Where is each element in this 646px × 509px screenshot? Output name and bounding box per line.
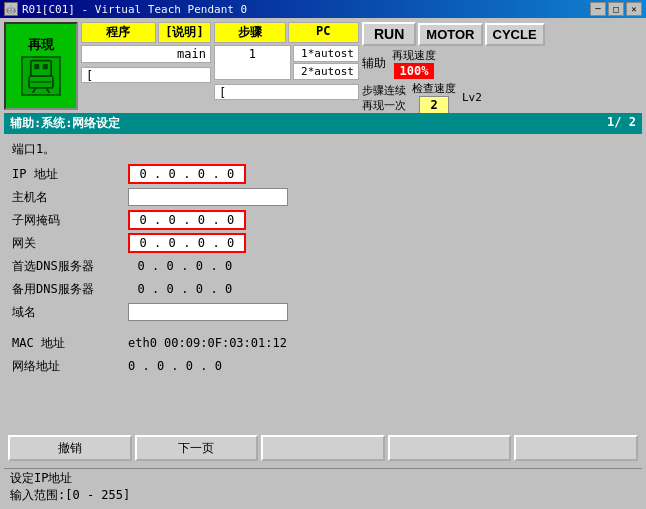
svg-rect-0 xyxy=(31,61,51,76)
speed-box: 再现速度 100% xyxy=(392,48,436,79)
minimize-button[interactable]: ─ xyxy=(590,2,606,16)
form-row-dns2: 备用DNS服务器 . . . xyxy=(12,279,634,299)
maximize-button[interactable]: □ xyxy=(608,2,624,16)
domain-input[interactable] xyxy=(128,303,288,321)
dns1-input[interactable]: . . . xyxy=(128,258,242,274)
gateway-seg-1[interactable] xyxy=(132,236,154,250)
subnet-seg-2[interactable] xyxy=(161,213,183,227)
form-row-subnet: 子网掩码 . . . xyxy=(12,210,634,230)
subnet-dot-3: . xyxy=(212,213,219,227)
dns2-input[interactable]: . . . xyxy=(128,281,242,297)
subnet-dot-2: . xyxy=(183,213,190,227)
gateway-dot-2: . xyxy=(183,236,190,250)
ip-seg-2[interactable] xyxy=(161,167,183,181)
pc-label: PC xyxy=(288,22,360,43)
status-line2: 输入范围:[0 - 255] xyxy=(10,487,636,504)
mac-label: MAC 地址 xyxy=(12,335,122,352)
dns2-seg-3[interactable] xyxy=(188,282,210,296)
fukuzo-label: 辅助 xyxy=(362,55,386,72)
program-value: main xyxy=(81,45,211,63)
step-cont-box: 步骤连续 再现一次 xyxy=(362,83,406,113)
svg-rect-2 xyxy=(43,64,48,69)
step-pc-area: 步骤 PC 1 1*autost 2*autost [ xyxy=(214,22,359,110)
hostname-label: 主机名 xyxy=(12,189,122,206)
speed-label: 再现速度 xyxy=(392,48,436,63)
netaddr-label: 网络地址 xyxy=(12,358,122,375)
ip-dot-1: . xyxy=(154,167,161,181)
step-label: 步骤 xyxy=(214,22,286,43)
step-value: 1 xyxy=(214,45,291,80)
gateway-seg-2[interactable] xyxy=(161,236,183,250)
empty-btn-3 xyxy=(261,435,385,461)
dns2-seg-2[interactable] xyxy=(159,282,181,296)
saigen-box: 再現 xyxy=(4,22,78,110)
saigen-label: 再現 xyxy=(28,36,54,54)
form-row-dns1: 首选DNS服务器 . . . xyxy=(12,256,634,276)
inspect-label: 检查速度 xyxy=(412,81,456,96)
subnet-dot-1: . xyxy=(154,213,161,227)
subnet-seg-3[interactable] xyxy=(190,213,212,227)
motor-button[interactable]: MOTOR xyxy=(418,23,482,46)
dns2-seg-1[interactable] xyxy=(130,282,152,296)
speed-value: 100% xyxy=(394,63,435,79)
gateway-dot-3: . xyxy=(212,236,219,250)
pc-value-2: 2*autost xyxy=(293,63,360,80)
hostname-input[interactable] xyxy=(128,188,288,206)
step-bracket: [ xyxy=(214,84,359,100)
ip-seg-4[interactable] xyxy=(220,167,242,181)
port-label: 端口1。 xyxy=(12,141,634,158)
gateway-seg-3[interactable] xyxy=(190,236,212,250)
inspect-value: 2 xyxy=(419,96,449,114)
next-button[interactable]: 下一页 xyxy=(135,435,259,461)
dns1-label: 首选DNS服务器 xyxy=(12,258,122,275)
subnet-label: 子网掩码 xyxy=(12,212,122,229)
dns1-seg-3[interactable] xyxy=(188,259,210,273)
ip-seg-3[interactable] xyxy=(190,167,212,181)
close-button[interactable]: ✕ xyxy=(626,2,642,16)
form-row-mac: MAC 地址 eth0 00:09:0F:03:01:12 xyxy=(12,333,634,353)
ip-input[interactable]: . . . xyxy=(128,164,246,184)
empty-btn-5 xyxy=(514,435,638,461)
dns2-label: 备用DNS服务器 xyxy=(12,281,122,298)
mac-value: eth0 00:09:0F:03:01:12 xyxy=(128,336,287,350)
bottom-buttons: 撤销 下一页 xyxy=(4,431,642,465)
teal-bar-page: 1/ 2 xyxy=(607,115,636,132)
main-container: 再現 程序 [说明] main xyxy=(0,18,646,509)
step-cont-label2: 再现一次 xyxy=(362,98,406,113)
dns1-seg-4[interactable] xyxy=(218,259,240,273)
subnet-seg-4[interactable] xyxy=(220,213,242,227)
robot-svg xyxy=(24,59,58,93)
ip-dot-2: . xyxy=(183,167,190,181)
run-button[interactable]: RUN xyxy=(362,22,416,46)
netaddr-value: 0 . 0 . 0 . 0 xyxy=(128,359,222,373)
cycle-button[interactable]: CYCLE xyxy=(485,23,545,46)
teal-bar-title: 辅助:系统:网络设定 xyxy=(10,115,120,132)
domain-label: 域名 xyxy=(12,304,122,321)
content-area: 端口1。 IP 地址 . . . 主机名 子网掩码 . xyxy=(4,137,642,428)
title-bar: 🤖 R01[C01] - Virtual Teach Pendant 0 ─ □… xyxy=(0,0,646,18)
form-row-domain: 域名 xyxy=(12,302,634,322)
pc-values: 1*autost 2*autost xyxy=(293,45,360,80)
lv2-label: Lv2 xyxy=(462,91,482,104)
subnet-seg-1[interactable] xyxy=(132,213,154,227)
ip-dot-3: . xyxy=(212,167,219,181)
cancel-button[interactable]: 撤销 xyxy=(8,435,132,461)
subnet-input[interactable]: . . . xyxy=(128,210,246,230)
dns1-seg-1[interactable] xyxy=(130,259,152,273)
gateway-label: 网关 xyxy=(12,235,122,252)
teal-bar: 辅助:系统:网络设定 1/ 2 xyxy=(4,113,642,134)
program-bracket: [ xyxy=(81,67,211,83)
dns1-seg-2[interactable] xyxy=(159,259,181,273)
ip-seg-1[interactable] xyxy=(132,167,154,181)
inspect-speed-box: 检查速度 2 xyxy=(412,81,456,114)
status-line1: 设定IP地址 xyxy=(10,470,636,487)
pc-value-1: 1*autost xyxy=(293,45,360,62)
step-cont-label1: 步骤连续 xyxy=(362,83,406,98)
gateway-input[interactable]: . . . xyxy=(128,233,246,253)
program-label: 程序 xyxy=(81,22,156,43)
gateway-seg-4[interactable] xyxy=(220,236,242,250)
dns2-seg-4[interactable] xyxy=(218,282,240,296)
robot-icon xyxy=(21,56,61,96)
top-panel: 再現 程序 [说明] main xyxy=(4,22,642,110)
ip-label: IP 地址 xyxy=(12,166,122,183)
